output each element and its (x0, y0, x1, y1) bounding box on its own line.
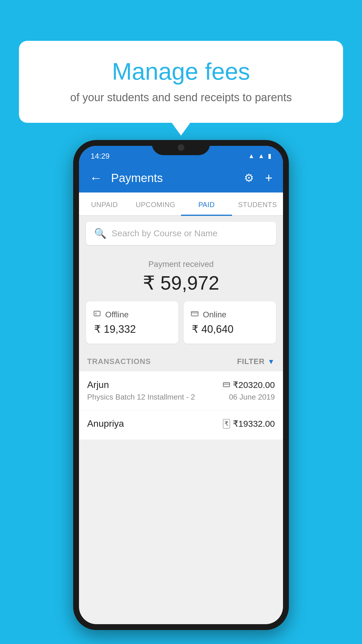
transactions-list: Arjun ₹20320.00 Physics (79, 371, 283, 440)
filter-label: FILTER (237, 357, 265, 366)
svg-rect-2 (191, 312, 198, 316)
signal-icon: ▲ (258, 152, 264, 160)
phone-screen: 14:29 ▲ ▲ ▮ ← Payments ⚙ + UNPAID (79, 146, 283, 624)
online-icon (191, 309, 199, 320)
transaction-date: 06 June 2019 (229, 393, 275, 402)
offline-icon: ₹ (93, 309, 101, 320)
search-placeholder: Search by Course or Name (112, 228, 218, 238)
app-bar-title: Payments (111, 172, 235, 185)
table-row[interactable]: Anupriya ₹ ₹19332.00 (79, 410, 283, 440)
offline-amount: ₹ 19,332 (93, 323, 171, 335)
bubble-subtitle: of your students and send receipts to pa… (42, 90, 320, 105)
offline-label: Offline (105, 310, 129, 319)
svg-text:₹: ₹ (95, 312, 97, 316)
phone-wrapper: 14:29 ▲ ▲ ▮ ← Payments ⚙ + UNPAID (73, 140, 289, 630)
transaction-course: Physics Batch 12 Installment - 2 (87, 393, 195, 402)
online-label-row: Online (191, 309, 269, 320)
online-label: Online (203, 310, 226, 319)
speech-bubble: Manage fees of your students and send re… (19, 41, 343, 123)
bubble-title: Manage fees (42, 58, 320, 85)
transaction-row1: Arjun ₹20320.00 (87, 379, 275, 390)
phone-notch (152, 140, 210, 155)
status-time: 14:29 (91, 152, 110, 161)
filter-row[interactable]: FILTER ▼ (237, 357, 275, 366)
app-bar: ← Payments ⚙ + (79, 163, 283, 192)
online-card: Online ₹ 40,640 (184, 301, 276, 344)
filter-icon: ▼ (268, 358, 275, 366)
transaction-amount: ₹19332.00 (233, 419, 275, 429)
offline-card: ₹ Offline ₹ 19,332 (86, 301, 178, 344)
transaction-name: Arjun (87, 379, 109, 390)
speech-bubble-wrapper: Manage fees of your students and send re… (19, 41, 343, 123)
transaction-name: Anupriya (87, 418, 124, 429)
offline-label-row: ₹ Offline (93, 309, 171, 320)
transaction-amount: ₹20320.00 (233, 380, 275, 390)
tabs: UNPAID UPCOMING PAID STUDENTS (79, 192, 283, 216)
gear-button[interactable]: ⚙ (244, 172, 254, 184)
tab-upcoming[interactable]: UPCOMING (130, 192, 181, 215)
tab-unpaid[interactable]: UNPAID (79, 192, 130, 215)
payment-label: Payment received (86, 260, 276, 269)
status-icons: ▲ ▲ ▮ (248, 152, 271, 160)
transactions-label: TRANSACTIONS (87, 357, 151, 366)
tab-paid[interactable]: PAID (181, 192, 232, 215)
transaction-amount-row: ₹ ₹19332.00 (223, 419, 275, 429)
wifi-icon: ▲ (248, 152, 254, 160)
online-amount: ₹ 40,640 (191, 323, 269, 335)
back-button[interactable]: ← (89, 172, 102, 184)
table-row[interactable]: Arjun ₹20320.00 Physics (79, 371, 283, 410)
payment-amount: ₹ 59,972 (86, 272, 276, 294)
transaction-row1: Anupriya ₹ ₹19332.00 (87, 418, 275, 429)
transactions-header: TRANSACTIONS FILTER ▼ (79, 349, 283, 371)
add-button[interactable]: + (265, 171, 273, 185)
card-payment-icon (223, 381, 230, 389)
rupee-payment-icon: ₹ (223, 419, 230, 428)
tab-students[interactable]: STUDENTS (232, 192, 283, 215)
transaction-amount-row: ₹20320.00 (223, 380, 275, 390)
svg-rect-4 (223, 383, 230, 387)
search-bar[interactable]: 🔍 Search by Course or Name (86, 222, 276, 245)
search-icon: 🔍 (94, 228, 106, 239)
payment-received-section: Payment received ₹ 59,972 ₹ (79, 251, 283, 349)
search-section: 🔍 Search by Course or Name (79, 216, 283, 251)
transaction-row2: Physics Batch 12 Installment - 2 06 June… (87, 393, 275, 402)
phone-body: 14:29 ▲ ▲ ▮ ← Payments ⚙ + UNPAID (73, 140, 289, 630)
payment-cards: ₹ Offline ₹ 19,332 (86, 301, 276, 344)
phone-camera (178, 144, 184, 151)
battery-icon: ▮ (268, 152, 271, 160)
